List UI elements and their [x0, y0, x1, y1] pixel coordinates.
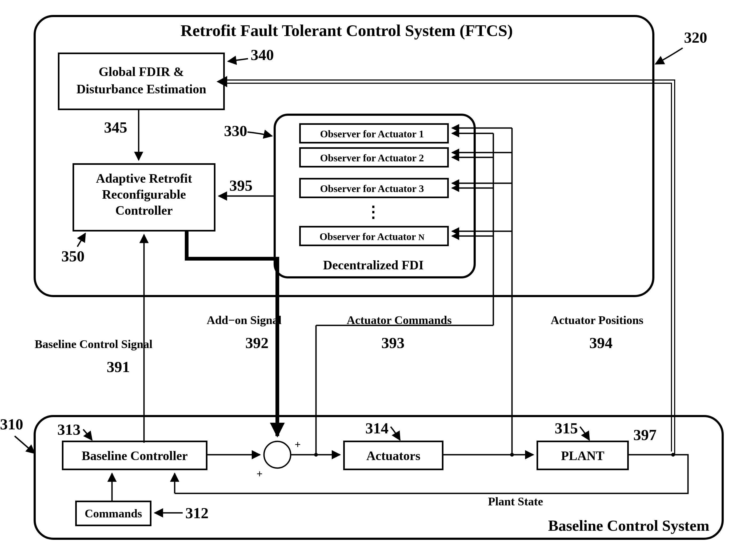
ref-350: 350	[61, 247, 84, 265]
fdi-title: Decentralized FDI	[323, 258, 424, 272]
adaptive-l3: Controller	[115, 203, 172, 217]
ref-392: 392	[245, 334, 268, 352]
global-fdir-line1: Global FDIR &	[99, 65, 184, 79]
ref-395: 395	[229, 177, 252, 194]
global-fdir-block	[59, 53, 224, 109]
ref-394: 394	[589, 334, 613, 352]
ref-391: 391	[107, 358, 130, 376]
summing-junction	[264, 441, 291, 468]
obs3-label: Observer for Actuator 3	[320, 183, 424, 194]
plant-state-label: Plant State	[488, 495, 543, 508]
ref-314: 314	[365, 420, 389, 437]
ftcs-title: Retrofit Fault Tolerant Control System (…	[180, 21, 513, 40]
leader-320	[656, 48, 683, 64]
plus-top: +	[295, 439, 301, 451]
label-392: Add−on Signal	[207, 314, 281, 327]
baseline-controller-label: Baseline Controller	[82, 449, 188, 463]
commands-label: Commands	[84, 507, 142, 520]
ref-310: 310	[0, 416, 23, 433]
ref-313: 313	[57, 421, 80, 438]
plant-label: PLANT	[561, 449, 605, 463]
global-fdir-line2: Disturbance Estimation	[76, 82, 206, 96]
ref-397: 397	[633, 426, 657, 444]
leader-310	[15, 436, 35, 453]
actuators-label: Actuators	[366, 449, 421, 463]
obs-dots: ⋮	[365, 203, 381, 221]
label-394: Actuator Positions	[551, 314, 644, 327]
obs1-label: Observer for Actuator 1	[320, 128, 424, 139]
ref-320: 320	[684, 29, 707, 46]
diagram-canvas: Retrofit Fault Tolerant Control System (…	[0, 0, 756, 551]
baseline-title: Baseline Control System	[548, 517, 709, 534]
obsN-label: Observer for Actuator N	[319, 231, 425, 242]
obs2-label: Observer for Actuator 2	[320, 152, 424, 163]
label-391: Baseline Control Signal	[35, 338, 152, 351]
ref-312: 312	[185, 504, 208, 522]
tap-dbl	[671, 453, 675, 457]
ref-315: 315	[555, 420, 578, 437]
ref-345: 345	[104, 119, 127, 136]
ref-393: 393	[381, 334, 405, 352]
adaptive-l1: Adaptive Retrofit	[96, 171, 192, 185]
ref-330: 330	[224, 122, 247, 139]
adaptive-l2: Reconfigurable	[102, 187, 186, 201]
tap-393	[314, 453, 318, 457]
tap-394	[510, 453, 514, 457]
ref-340: 340	[251, 46, 274, 63]
plus-left: +	[256, 468, 263, 480]
